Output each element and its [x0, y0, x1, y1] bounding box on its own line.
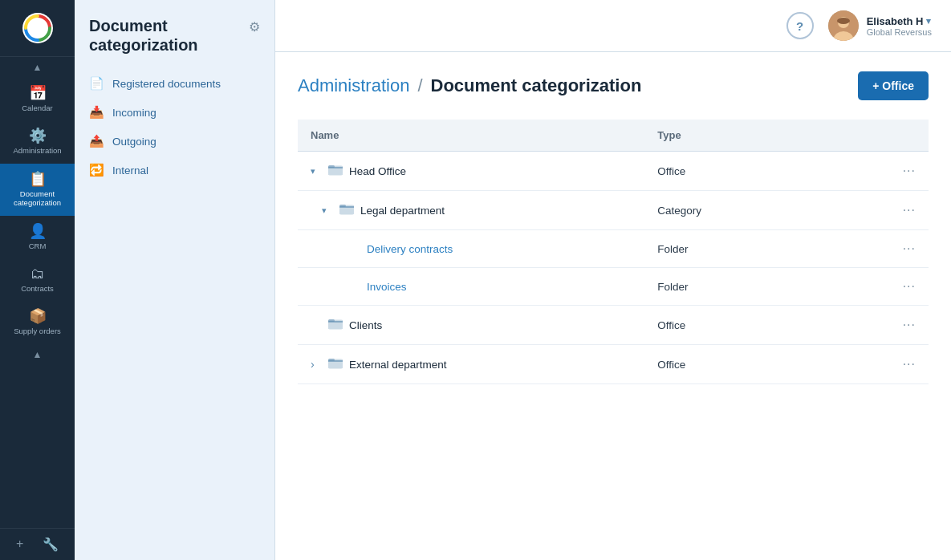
col-actions-header [865, 120, 929, 152]
row-name-cell: ▾ Invoices [298, 268, 644, 306]
row-type-cell: Category [644, 191, 865, 230]
menu-item-registered-documents[interactable]: 📄 Registered documents [75, 69, 274, 98]
row-name-cell: ▾ Head Office [298, 152, 644, 191]
row-actions-cell: ··· [865, 191, 929, 230]
sidebar-item-label: Document categorization [3, 189, 71, 208]
folder-icon [328, 356, 343, 372]
row-name: › External department [311, 356, 632, 372]
menu-item-label: Internal [112, 164, 148, 177]
row-actions-cell: ··· [865, 306, 929, 345]
sidebar-settings-icon[interactable]: ⚙ [249, 19, 260, 34]
row-label-link[interactable]: Delivery contracts [367, 243, 453, 255]
expand-icon[interactable]: ▾ [311, 166, 322, 177]
svg-rect-8 [339, 205, 346, 207]
secondary-sidebar: Document categorization ⚙ 📄 Registered d… [75, 0, 275, 560]
row-label-link[interactable]: Invoices [367, 281, 407, 293]
svg-rect-12 [328, 359, 335, 361]
row-name-cell: ▾ Delivery contracts [298, 230, 644, 268]
row-label: Legal department [360, 205, 445, 217]
document-categorization-icon: 📋 [29, 172, 47, 186]
user-info: Elisabeth H ▾ Global Reversus [867, 15, 932, 37]
add-office-button[interactable]: + Office [858, 71, 929, 100]
sidebar-menu: 📄 Registered documents 📥 Incoming 📤 Outg… [75, 64, 274, 189]
crm-icon: 👤 [29, 224, 47, 238]
row-type-cell: Office [644, 152, 865, 191]
sidebar-item-label: Supply orders [14, 327, 61, 335]
svg-rect-6 [328, 165, 335, 168]
row-name: ▾ Head Office [311, 163, 632, 179]
registered-documents-icon: 📄 [89, 76, 104, 91]
folder-icon [328, 163, 343, 179]
row-label: External department [349, 359, 447, 371]
sidebar-item-label: CRM [29, 241, 47, 250]
col-name-header: Name [298, 120, 644, 152]
row-name: ▾ Legal department [322, 202, 632, 218]
nav-scroll-down[interactable]: ▲ [0, 344, 75, 365]
row-actions-cell: ··· [865, 345, 929, 384]
svg-point-4 [837, 18, 850, 24]
more-options-button[interactable]: ··· [878, 203, 916, 217]
help-button[interactable]: ? [786, 12, 814, 39]
table-row: ▾ Invoices Folder ··· [298, 268, 929, 306]
avatar-image [828, 10, 859, 41]
breadcrumb: Administration / Document categorization [298, 75, 641, 96]
menu-item-label: Incoming [112, 107, 156, 119]
row-actions-cell: ··· [865, 268, 929, 306]
administration-icon: ⚙️ [29, 128, 47, 143]
sidebar-item-contracts[interactable]: 🗂 Contracts [0, 258, 75, 301]
folder-icon [339, 202, 354, 218]
menu-item-label: Registered documents [112, 78, 221, 90]
content-header: Administration / Document categorization… [298, 71, 929, 100]
svg-rect-10 [328, 319, 335, 322]
table-header: Name Type [298, 120, 929, 152]
sidebar-item-administration[interactable]: ⚙️ Administration [0, 120, 75, 163]
sidebar-header: Document categorization ⚙ [75, 0, 274, 64]
table-body: ▾ Head Office Office ··· [298, 152, 929, 384]
row-type-cell: Office [644, 306, 865, 345]
sidebar-item-label: Contracts [21, 284, 54, 293]
outgoing-icon: 📤 [89, 134, 104, 148]
expand-icon[interactable]: ▾ [322, 205, 333, 216]
row-type-cell: Office [644, 345, 865, 384]
table-row: ▾ Legal department Category ··· [298, 191, 929, 230]
supply-orders-icon: 📦 [29, 309, 47, 323]
main-area: ? Elisabeth H ▾ Global Reversus [275, 0, 951, 560]
row-actions-cell: ··· [865, 230, 929, 268]
row-type-cell: Folder [644, 268, 865, 306]
user-company: Global Reversus [867, 27, 932, 37]
sidebar-item-calendar[interactable]: 📅 Calendar [0, 78, 75, 120]
nav-scroll-up[interactable]: ▲ [0, 57, 75, 78]
sidebar-item-supply-orders[interactable]: 📦 Supply orders [0, 301, 75, 343]
nav-bottom: + 🔧 [0, 528, 75, 560]
table-row: › External department Office ··· [298, 345, 929, 384]
logo-area [0, 0, 75, 57]
more-options-button[interactable]: ··· [878, 164, 916, 178]
icon-sidebar: ▲ 📅 Calendar ⚙️ Administration 📋 Documen… [0, 0, 75, 560]
row-label: Clients [349, 319, 382, 331]
menu-item-label: Outgoing [112, 136, 156, 148]
menu-item-incoming[interactable]: 📥 Incoming [75, 98, 274, 127]
breadcrumb-link[interactable]: Administration [298, 75, 409, 96]
more-options-button[interactable]: ··· [878, 279, 916, 294]
sidebar-item-crm[interactable]: 👤 CRM [0, 216, 75, 258]
expand-icon[interactable]: › [311, 358, 322, 371]
more-options-button[interactable]: ··· [878, 357, 916, 371]
more-options-button[interactable]: ··· [878, 318, 916, 332]
row-name: ▾ Clients [311, 317, 632, 333]
add-button[interactable]: + [16, 537, 23, 552]
row-label: Head Office [349, 165, 406, 177]
settings-bottom-icon[interactable]: 🔧 [43, 537, 59, 552]
more-options-button[interactable]: ··· [878, 241, 916, 256]
row-type-cell: Folder [644, 230, 865, 268]
user-area[interactable]: Elisabeth H ▾ Global Reversus [828, 10, 932, 41]
row-name-cell: ▾ Legal department [298, 191, 644, 230]
table-row: ▾ Clients Office ··· [298, 306, 929, 345]
contracts-icon: 🗂 [30, 266, 45, 281]
incoming-icon: 📥 [89, 105, 104, 120]
folder-icon [328, 317, 343, 333]
top-bar: ? Elisabeth H ▾ Global Reversus [275, 0, 951, 52]
sidebar-item-document-categorization[interactable]: 📋 Document categorization [0, 164, 75, 216]
menu-item-outgoing[interactable]: 📤 Outgoing [75, 127, 274, 156]
menu-item-internal[interactable]: 🔁 Internal [75, 156, 274, 185]
table-row: ▾ Head Office Office ··· [298, 152, 929, 191]
